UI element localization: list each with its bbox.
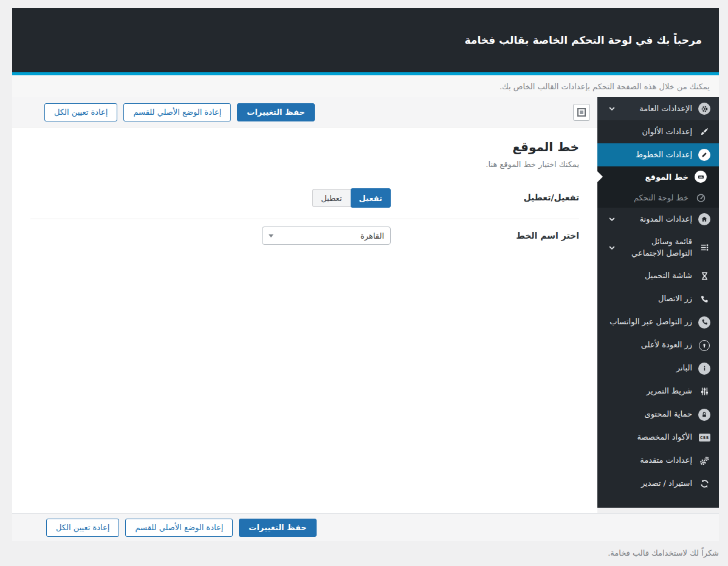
phone-circle-icon	[698, 316, 710, 329]
toggle-off-button[interactable]: تعطيل	[312, 189, 352, 207]
bottom-action-bar: حفظ التغييرات إعادة الوضع الأصلي للقسم إ…	[12, 513, 719, 541]
field-label: اختر اسم الخط	[397, 227, 579, 245]
main-content: حفظ التغييرات إعادة الوضع الأصلي للقسم إ…	[12, 97, 597, 513]
sidebar-subitem-site-font[interactable]: خط الموقع	[597, 166, 719, 187]
sidebar-item-color-settings[interactable]: إعدادات الألوان	[597, 120, 719, 143]
active-item-arrow-icon	[597, 171, 603, 182]
select-value: القاهرة	[360, 231, 384, 240]
sidebar-item-general-settings[interactable]: الإعدادات العامة	[597, 97, 719, 120]
lock-circle-icon	[698, 409, 710, 421]
sidebar-item-advanced-settings[interactable]: إعدادات متقدمة	[597, 449, 719, 472]
arrow-up-circle-icon	[698, 339, 710, 352]
save-button-bottom[interactable]: حفظ التغييرات	[239, 519, 316, 537]
sidebar-item-content-protection[interactable]: حماية المحتوى	[597, 403, 719, 426]
page-title: خط الموقع	[30, 140, 579, 154]
brush-icon	[698, 126, 710, 138]
sidebar-item-back-to-top[interactable]: زر العودة لأعلى	[597, 334, 719, 357]
sync-icon	[698, 478, 710, 490]
sidebar-item-custom-codes[interactable]: css الأكواد المخصصة	[597, 426, 719, 449]
info-circle-icon	[698, 363, 710, 375]
chevron-down-icon	[606, 103, 618, 115]
page-description: يمكنك اختيار خط الموقع هنا.	[30, 160, 579, 169]
sidebar-subitem-dashboard-font[interactable]: خط لوحة التحكم	[597, 187, 719, 208]
field-row-enable-toggle: تفعيل/تعطيل تفعيل تعطيل	[30, 181, 579, 219]
reset-section-button[interactable]: إعادة الوضع الأصلي للقسم	[123, 103, 231, 121]
reset-section-button-bottom[interactable]: إعادة الوضع الأصلي للقسم	[125, 519, 233, 537]
footer-thanks-text: شكراً لك لاستخدامك قالب فخامة.	[0, 548, 719, 557]
keyboard-circle-icon	[695, 171, 707, 183]
panel-title: مرحباً بك في لوحة التحكم الخاصة بقالب فخ…	[465, 34, 702, 46]
toggle-on-button[interactable]: تفعيل	[351, 188, 391, 208]
gears-icon	[698, 455, 710, 467]
chevron-down-icon	[606, 213, 618, 225]
sidebar-item-social-menu[interactable]: قائمة وسائل التواصل الاجتماعي	[597, 231, 719, 265]
sidebar-item-loading-screen[interactable]: شاشة التحميل	[597, 265, 719, 288]
font-name-select[interactable]: القاهرة	[262, 227, 391, 245]
reset-all-button-bottom[interactable]: إعادة تعيين الكل	[46, 519, 119, 537]
phone-icon	[698, 293, 710, 305]
section-site-font: خط الموقع يمكنك اختيار خط الموقع هنا. تف…	[12, 140, 597, 256]
chevron-down-icon	[269, 234, 273, 240]
enable-disable-toggle: تفعيل تعطيل	[312, 188, 391, 208]
field-label: تفعيل/تعطيل	[397, 188, 579, 208]
pencil-circle-icon	[698, 149, 710, 161]
field-row-font-name: اختر اسم الخط القاهرة	[30, 219, 579, 256]
expand-options-button[interactable]	[573, 104, 590, 121]
intro-text: يمكنك من خلال هذه الصفحة التحكم بإعدادات…	[500, 82, 710, 91]
top-action-bar: حفظ التغييرات إعادة الوضع الأصلي للقسم إ…	[12, 97, 597, 128]
sidebar-item-whatsapp-button[interactable]: زر التواصل عبر الواتساب	[597, 311, 719, 334]
reset-all-button[interactable]: إعادة تعيين الكل	[44, 103, 117, 121]
sidebar-nav: الإعدادات العامة إعدادات الألوان إعدا	[597, 97, 719, 508]
save-button[interactable]: حفظ التغييرات	[237, 103, 314, 121]
chevron-down-icon	[606, 242, 618, 254]
theme-options-panel: مرحباً بك في لوحة التحكم الخاصة بقالب فخ…	[12, 8, 719, 541]
sliders-icon	[698, 386, 710, 398]
css-badge-icon: css	[698, 432, 710, 444]
panel-header: مرحباً بك في لوحة التحكم الخاصة بقالب فخ…	[12, 8, 719, 72]
sidebar-item-font-settings[interactable]: إعدادات الخطوط	[597, 143, 719, 166]
home-circle-icon	[698, 213, 710, 225]
dashboard-icon	[695, 191, 707, 203]
hourglass-icon	[698, 270, 710, 282]
sidebar-item-blog-settings[interactable]: إعدادات المدونة	[597, 208, 719, 231]
sidebar-item-call-button[interactable]: زر الاتصال	[597, 288, 719, 311]
sidebar-item-banner[interactable]: البانر	[597, 357, 719, 380]
list-icon	[698, 242, 710, 254]
gear-icon	[698, 103, 710, 115]
sidebar-item-slider[interactable]: شريط التمرير	[597, 380, 719, 403]
font-settings-subsection: خط الموقع خط لوحة التحكم	[597, 166, 719, 208]
expand-options-icon	[577, 108, 586, 117]
sidebar-item-import-export[interactable]: استيراد / تصدير	[597, 472, 719, 496]
intro-bar: يمكنك من خلال هذه الصفحة التحكم بإعدادات…	[12, 75, 719, 97]
